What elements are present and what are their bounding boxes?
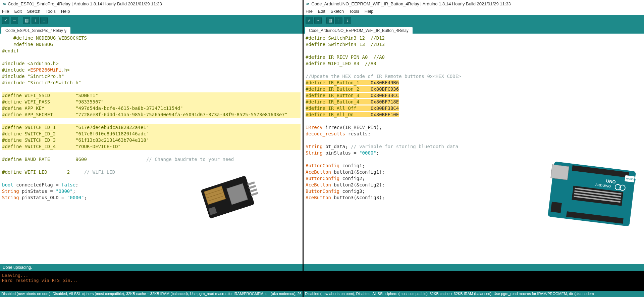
code-line: AceButton — [306, 195, 331, 200]
menu-sketch[interactable]: Sketch — [27, 9, 41, 14]
menu-help[interactable]: Help — [61, 9, 70, 14]
save-button[interactable]: ↓ — [40, 17, 48, 24]
code-line: String — [306, 150, 323, 156]
svg-rect-10 — [251, 192, 258, 196]
upload-button[interactable]: → — [314, 17, 322, 24]
arduino-window-left: Code_ESP01_SinricPro_4Relay | Arduino 1.… — [0, 0, 304, 297]
tabstrip: Code_ArduinoUNO_EEPROM_WiFi_IR_Button_4R… — [304, 26, 644, 34]
menu-sketch[interactable]: Sketch — [331, 9, 344, 14]
esp01-board-image — [191, 171, 268, 225]
code-line: String — [2, 195, 19, 200]
menu-file[interactable]: File — [2, 9, 9, 14]
code-line: #define SWITCH_ID_2 "617e8f0f0e8d611820f… — [2, 131, 149, 136]
menu-edit[interactable]: Edit — [318, 9, 325, 14]
new-button[interactable]: ▤ — [326, 17, 334, 24]
code-line: #define APP_KEY "497d54da-bcfe-4615-ba8b… — [2, 105, 183, 111]
code-line: #define WIFI_LED 2 — [2, 169, 84, 175]
code-line: #include "SinricProSwitch.h" — [2, 80, 81, 85]
verify-button[interactable]: ✓ — [2, 17, 9, 24]
statusbar: Done uploading. — [0, 264, 303, 271]
code-line: #define IR_All_Off — [306, 105, 371, 111]
window-title: Code_ESP01_SinricPro_4Relay | Arduino 1.… — [8, 1, 162, 6]
console-line: Leaving... — [2, 273, 301, 278]
titlebar: Code_ArduinoUNO_EEPROM_WiFi_IR_Button_4R… — [304, 0, 644, 7]
code-line: ButtonConfig — [306, 188, 339, 194]
toolbar: ✓ → ▤ ↑ ↓ — [0, 15, 303, 26]
code-line: #define IR_Button_1 — [306, 80, 371, 85]
window-title: Code_ArduinoUNO_EEPROM_WiFi_IR_Button_4R… — [311, 1, 511, 6]
titlebar: Code_ESP01_SinricPro_4Relay | Arduino 1.… — [0, 0, 303, 7]
code-line: #include "SinricPro.h" — [2, 74, 64, 79]
menubar: File Edit Sketch Tools Help — [304, 7, 644, 15]
svg-rect-7 — [247, 181, 255, 186]
code-line: decode_results — [306, 131, 345, 136]
code-line: #define IR_All_On — [306, 112, 371, 117]
new-button[interactable]: ▤ — [23, 17, 30, 24]
code-line: #define SWITCH_ID_1 "617e7de4eb3dca18282… — [2, 125, 149, 130]
code-line: IRrecv — [306, 125, 323, 130]
menu-help[interactable]: Help — [365, 9, 374, 14]
code-line: #define WIFI_SSID "SDNET1" — [2, 93, 98, 98]
code-line: #include < — [2, 67, 30, 73]
code-line: #endif — [2, 48, 19, 53]
code-line: AceButton — [306, 182, 331, 187]
console[interactable]: Leaving...Hard resetting via RTS pin... — [0, 271, 303, 291]
code-line: #define BAUD_RATE 9600 — [2, 157, 146, 162]
code-line: #define IR_RECV_PIN A0 //A0 — [306, 54, 385, 60]
code-line: #define NDEBUG — [2, 42, 53, 47]
save-button[interactable]: ↓ — [344, 17, 351, 24]
menu-tools[interactable]: Tools — [349, 9, 359, 14]
menu-tools[interactable]: Tools — [46, 9, 56, 14]
svg-rect-9 — [250, 188, 257, 193]
menu-edit[interactable]: Edit — [14, 9, 22, 14]
footer-status: Disabled (new aborts on oom), Disabled, … — [304, 291, 644, 297]
code-line: #define SWITCH_ID_4 "YOUR-DEVICE-ID" — [2, 144, 121, 149]
code-line: #define SwitchPin3 12 //D12 — [306, 35, 385, 41]
code-line: #define WIFI_PASS "98335567" — [2, 99, 104, 104]
tabstrip: Code_ESP01_SinricPro_4Relay § — [0, 26, 303, 34]
arduino-window-right: Code_ArduinoUNO_EEPROM_WiFi_IR_Button_4R… — [304, 0, 644, 297]
code-line: String — [2, 188, 19, 194]
code-line: #define IR_Button_3 — [306, 93, 371, 98]
sketch-tab[interactable]: Code_ArduinoUNO_EEPROM_WiFi_IR_Button_4R… — [305, 27, 413, 34]
code-line: #define SwitchPin4 13 //D13 — [306, 42, 385, 47]
open-button[interactable]: ↑ — [32, 17, 39, 24]
code-editor[interactable]: #define NODEBUG_WEBSOCKETS #define NDEBU… — [0, 34, 303, 264]
code-line: #define IR_Button_4 — [306, 99, 371, 104]
menubar: File Edit Sketch Tools Help — [0, 7, 303, 15]
code-line: //Update the HEX code of IR Remote butto… — [306, 74, 461, 79]
code-line: #define APP_SECRET "7728ee8f-6d4d-41a5-9… — [2, 112, 287, 117]
code-line: #include <Arduino.h> — [2, 61, 59, 66]
console-line: Hard resetting via RTS pin... — [2, 278, 301, 283]
code-line: #define SWITCH_ID_3 "61f13c83c2131463b70… — [2, 137, 149, 143]
code-line: #define NODEBUG_WEBSOCKETS — [2, 35, 87, 41]
upload-button[interactable]: → — [11, 17, 18, 24]
arduino-uno-board-image: UNO ARDUINO MADE IN — [542, 158, 643, 235]
code-line: ButtonConfig — [306, 163, 339, 168]
verify-button[interactable]: ✓ — [306, 17, 313, 24]
code-line: AceButton — [306, 169, 331, 175]
statusbar — [304, 264, 644, 271]
code-line: #define IR_Button_2 — [306, 86, 371, 92]
menu-file[interactable]: File — [306, 9, 313, 14]
open-button[interactable]: ↑ — [335, 17, 342, 24]
svg-rect-8 — [249, 185, 256, 189]
svg-rect-13 — [551, 202, 562, 213]
code-line: #define WIFI_LED A3 //A3 — [306, 61, 376, 66]
code-line: String — [306, 144, 323, 149]
footer-status: Disabled (new aborts on oom), Disabled, … — [0, 291, 303, 297]
code-line: ButtonConfig — [306, 176, 339, 181]
toolbar: ✓ → ▤ ↑ ↓ — [304, 15, 644, 26]
sketch-tab[interactable]: Code_ESP01_SinricPro_4Relay § — [1, 27, 70, 34]
console[interactable] — [304, 271, 644, 291]
code-line: bool — [2, 182, 13, 187]
svg-rect-12 — [551, 165, 569, 180]
